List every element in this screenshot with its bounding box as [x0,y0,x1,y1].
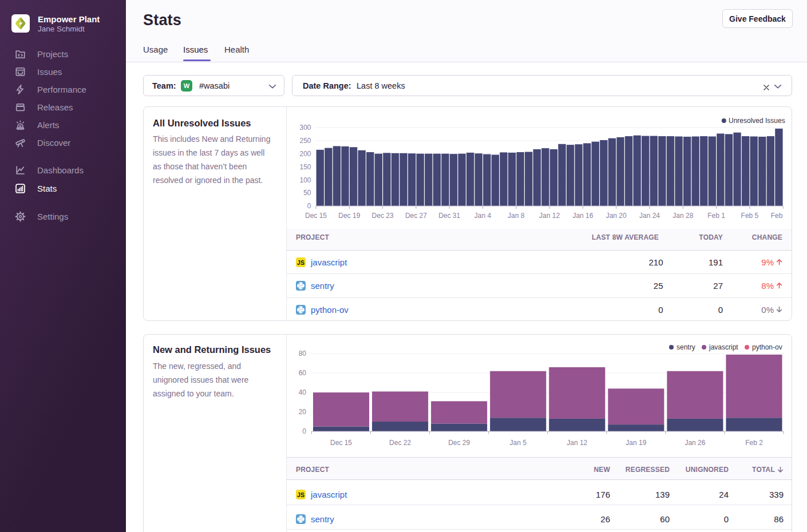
svg-text:python-ov: python-ov [752,343,782,351]
svg-text:250: 250 [299,137,311,145]
svg-text:Feb 1: Feb 1 [707,212,725,220]
svg-text:Unresolved Issues: Unresolved Issues [729,117,785,125]
svg-text:Jan 28: Jan 28 [672,212,693,220]
svg-text:Jan 19: Jan 19 [626,439,646,447]
svg-text:Feb: Feb [771,212,783,220]
svg-text:javascript: javascript [709,343,738,351]
svg-text:Dec 29: Dec 29 [448,439,470,447]
svg-text:Jan 12: Jan 12 [567,439,587,447]
svg-text:100: 100 [299,176,311,184]
svg-text:60: 60 [299,369,307,377]
svg-text:Dec 15: Dec 15 [330,439,352,447]
svg-text:Jan 12: Jan 12 [539,212,560,220]
svg-text:Dec 27: Dec 27 [405,212,427,220]
svg-text:Jan 16: Jan 16 [572,212,593,220]
svg-text:Feb 2: Feb 2 [745,439,763,447]
svg-text:Jan 8: Jan 8 [508,212,525,220]
svg-text:Dec 19: Dec 19 [338,212,360,220]
svg-text:JS: JS [297,491,304,498]
svg-text:JS: JS [297,259,304,265]
svg-text:Dec 31: Dec 31 [438,212,460,220]
svg-text:Jan 20: Jan 20 [606,212,627,220]
svg-text:Jan 26: Jan 26 [685,439,705,447]
svg-text:50: 50 [303,189,311,197]
svg-text:Jan 24: Jan 24 [639,212,660,220]
svg-text:200: 200 [299,150,311,158]
svg-text:sentry: sentry [677,343,695,351]
svg-text:150: 150 [299,163,311,171]
svg-text:0: 0 [302,427,306,435]
svg-text:20: 20 [299,408,307,416]
svg-text:300: 300 [299,124,311,132]
svg-text:Jan 5: Jan 5 [510,439,527,447]
svg-text:0: 0 [307,202,311,210]
svg-text:80: 80 [299,350,307,358]
svg-text:Dec 15: Dec 15 [305,212,327,220]
svg-text:40: 40 [299,388,307,396]
svg-text:Jan 4: Jan 4 [474,212,492,220]
svg-text:Dec 23: Dec 23 [372,212,394,220]
svg-text:Feb 5: Feb 5 [741,212,759,220]
svg-text:Dec 22: Dec 22 [389,439,411,447]
